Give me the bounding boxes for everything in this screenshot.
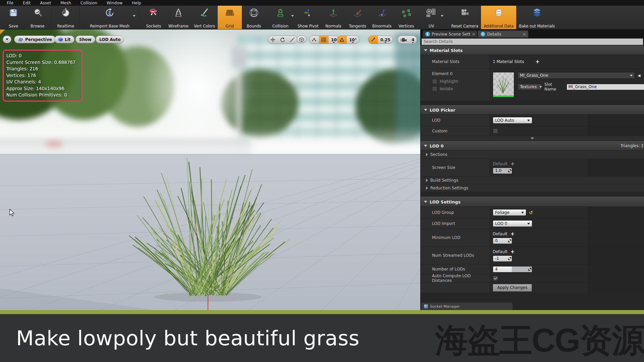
scale-snap-value[interactable]: 0.25 [378, 36, 393, 44]
realtime-icon [60, 7, 71, 19]
camera-speed-value[interactable]: 4 [409, 36, 417, 44]
sections-row[interactable]: Sections [421, 150, 644, 159]
number-of-lods-slider[interactable]: 4 [493, 266, 532, 273]
drag-handle-icon[interactable] [508, 169, 511, 172]
grass-mesh[interactable] [111, 150, 305, 310]
add-minimum-lod-button[interactable]: + [511, 232, 515, 237]
auto-compute-row: Auto Compute LOD Distances [421, 274, 644, 283]
show-pivot-button[interactable]: Show Pivot [295, 6, 321, 29]
drag-handle-icon[interactable] [508, 257, 511, 260]
tangents-button[interactable]: Tangents [345, 6, 370, 29]
add-num-streamed-button[interactable]: + [511, 249, 515, 254]
scale-tool-button[interactable] [287, 36, 297, 44]
textures-dropdown[interactable]: Textures [518, 83, 542, 90]
auto-compute-checkbox[interactable] [493, 276, 498, 281]
drag-handle-icon[interactable] [528, 268, 531, 271]
wireframe-button[interactable]: Wireframe [166, 6, 191, 29]
menu-window[interactable]: Window [102, 1, 127, 5]
collapsed-arrow-icon [426, 179, 428, 182]
add-material-slot-button[interactable]: + [535, 59, 540, 64]
lod-auto-button[interactable]: LOD Auto [96, 36, 124, 43]
highlight-checkbox[interactable] [432, 79, 437, 84]
drag-handle-icon[interactable] [508, 239, 511, 242]
chevron-down-icon[interactable] [441, 15, 443, 17]
sockets-button[interactable]: Sockets [142, 6, 166, 29]
rotate-tool-button[interactable] [278, 36, 287, 44]
material-thumbnail[interactable] [493, 72, 514, 98]
custom-checkbox[interactable] [493, 128, 498, 134]
custom-row: Custom [421, 126, 644, 136]
slot-name-input[interactable] [567, 84, 644, 90]
viewport[interactable]: Perspective Lit Show LOD Auto [0, 29, 420, 310]
section-lod-picker[interactable]: LOD Picker [421, 105, 644, 115]
add-screen-size-button[interactable]: + [511, 162, 515, 167]
scale-snap-toggle[interactable] [368, 36, 378, 44]
uv-button[interactable]: UV [418, 6, 444, 29]
coordinate-system-button[interactable] [297, 36, 307, 43]
reduction-settings-row[interactable]: Reduction Settings [421, 184, 644, 192]
chevron-down-icon[interactable] [291, 15, 294, 17]
reimport-base-mesh-icon [104, 7, 115, 19]
menu-collision[interactable]: Collision [76, 1, 102, 5]
minimum-lod-input[interactable]: 0 [493, 238, 512, 244]
menu-file[interactable]: File [2, 1, 18, 5]
tab-socket-manager[interactable]: Socket Manager [421, 303, 513, 310]
section-lod0[interactable]: LOD 0 Triangles: 216 [421, 141, 644, 150]
normals-button[interactable]: Normals [321, 6, 345, 29]
reimport-base-mesh-button[interactable]: Reimport Base Mesh [82, 6, 138, 29]
collision-button[interactable]: Collision [266, 6, 295, 29]
menu-help[interactable]: Help [127, 1, 146, 5]
menu-asset[interactable]: Asset [35, 1, 56, 5]
perspective-button[interactable]: Perspective [14, 36, 56, 43]
binormals-button[interactable]: Binormals [370, 6, 394, 29]
build-settings-row[interactable]: Build Settings [421, 177, 644, 184]
chevron-down-icon[interactable] [133, 15, 136, 17]
save-button[interactable]: Save [1, 6, 25, 29]
viewport-options-button[interactable] [3, 36, 11, 43]
num-streamed-input[interactable]: -1 [493, 255, 512, 262]
angle-snap-toggle[interactable] [337, 36, 347, 44]
bake-out-materials-button[interactable]: Bake out Materials [516, 6, 557, 29]
screen-size-input[interactable]: 1.0 [493, 168, 512, 174]
additional-data-label: Additional Data [484, 24, 514, 28]
angle-snap-value[interactable]: 10° [347, 36, 359, 44]
close-icon[interactable] [472, 33, 475, 36]
search-details-input[interactable] [421, 38, 643, 45]
browse-button[interactable]: Browse [25, 6, 50, 29]
lit-mode-button[interactable]: Lit [54, 36, 74, 43]
lod-dropdown[interactable]: LOD Auto [493, 117, 532, 124]
reset-to-default-icon[interactable]: ↺ [529, 210, 533, 215]
grid-toggle-button[interactable]: Grid [218, 6, 242, 29]
translate-tool-button[interactable] [268, 36, 278, 44]
angle-snap-value-label: 10° [349, 38, 357, 42]
show-menu-button[interactable]: Show [75, 36, 95, 43]
use-selected-asset-icon[interactable]: ◀ [638, 73, 640, 78]
tab-preview-scene-settings[interactable]: Preview Scene Sett [423, 31, 477, 38]
additional-data-button[interactable]: Additional Data [481, 6, 516, 29]
menu-edit[interactable]: Edit [18, 1, 35, 5]
section-material-slots[interactable]: Material Slots [421, 46, 644, 55]
grid-snap-toggle[interactable] [319, 36, 329, 44]
expander-splitter[interactable] [421, 136, 644, 141]
section-lod-settings[interactable]: LOD Settings [421, 197, 644, 207]
toolbar-separator [51, 6, 52, 28]
surface-snap-button[interactable] [309, 36, 319, 44]
lod-group-dropdown[interactable]: Foliage [493, 209, 526, 216]
reset-camera-button[interactable]: Reset Camera [448, 6, 481, 29]
realtime-button[interactable]: Realtime [54, 6, 78, 29]
bounds-button[interactable]: Bounds [242, 6, 266, 29]
lod-auto-label: LOD Auto [99, 37, 120, 42]
apply-changes-button[interactable]: Apply Changes [493, 284, 532, 292]
lod-import-dropdown[interactable]: LOD 0 [493, 220, 532, 227]
close-icon[interactable] [523, 33, 526, 36]
normals-label: Normals [325, 24, 341, 28]
vertices-button[interactable]: Vertices [394, 6, 418, 29]
camera-speed-button[interactable] [398, 36, 409, 44]
stat-vertices: Vertices: 176 [6, 72, 79, 79]
vert-colors-button[interactable]: Vert Colors [191, 6, 218, 29]
tab-details[interactable]: Details [478, 31, 528, 38]
tangents-label: Tangents [349, 24, 366, 28]
isolate-checkbox[interactable] [432, 86, 437, 92]
material-asset-dropdown[interactable]: MI_Grass_One [518, 72, 635, 79]
menu-mesh[interactable]: Mesh [56, 1, 76, 5]
